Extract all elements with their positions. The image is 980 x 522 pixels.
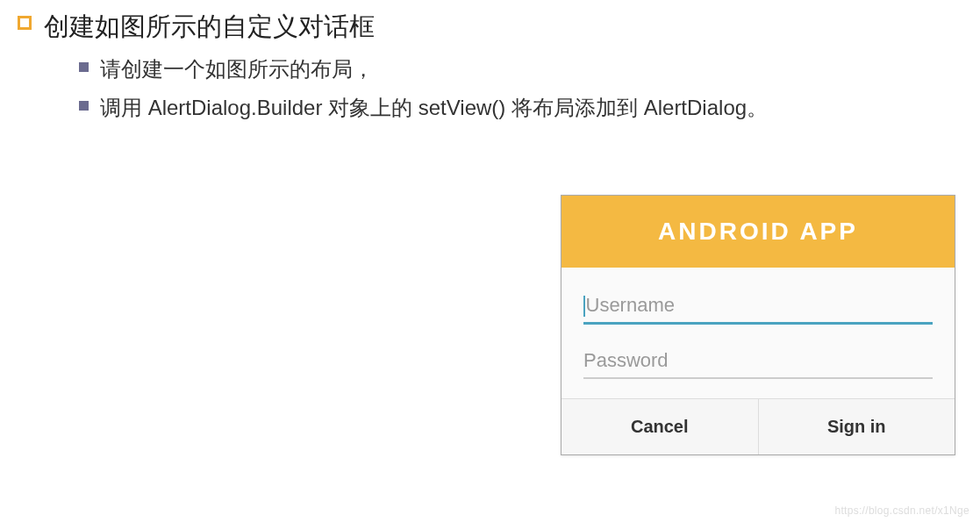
filled-square-bullet-icon <box>79 101 89 111</box>
main-title: 创建如图所示的自定义对话框 <box>44 9 375 45</box>
password-field[interactable]: Password <box>583 349 933 379</box>
watermark: https://blog.csdn.net/x1Nge <box>834 504 969 517</box>
filled-square-bullet-icon <box>79 62 89 72</box>
cancel-button[interactable]: Cancel <box>562 399 759 454</box>
hollow-square-bullet-icon <box>18 16 32 30</box>
main-bullet-item: 创建如图所示的自定义对话框 <box>18 9 980 45</box>
dialog-button-row: Cancel Sign in <box>562 398 955 454</box>
dialog-body: Username Password <box>562 268 955 398</box>
signin-button[interactable]: Sign in <box>759 399 955 454</box>
username-field[interactable]: Username <box>583 294 933 325</box>
sub-item-text: 请创建一个如图所示的布局， <box>100 54 374 85</box>
dialog-header-title: ANDROID APP <box>658 218 858 246</box>
dialog-preview: ANDROID APP Username Password Cancel Sig… <box>561 195 955 455</box>
input-underline <box>583 377 933 379</box>
sub-item-text: 调用 AlertDialog.Builder 对象上的 setView() 将布… <box>100 92 768 124</box>
sub-item: 调用 AlertDialog.Builder 对象上的 setView() 将布… <box>79 92 980 124</box>
input-underline-focused <box>583 322 933 325</box>
text-cursor-icon <box>583 296 585 317</box>
sub-list: 请创建一个如图所示的布局， 调用 AlertDialog.Builder 对象上… <box>79 54 980 124</box>
username-placeholder: Username <box>583 294 933 322</box>
sub-item: 请创建一个如图所示的布局， <box>79 54 980 85</box>
password-placeholder: Password <box>583 349 933 377</box>
dialog-header: ANDROID APP <box>562 196 955 268</box>
